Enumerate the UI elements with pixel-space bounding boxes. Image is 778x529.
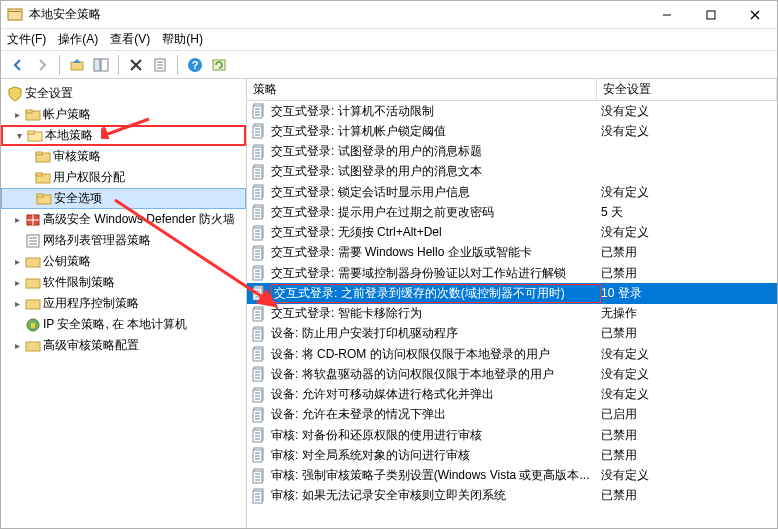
- policy-setting: 已禁用: [601, 265, 777, 282]
- up-button[interactable]: [66, 54, 88, 76]
- tree-local[interactable]: ▾ 本地策略: [1, 125, 246, 146]
- list-icon: [25, 233, 41, 249]
- properties-button[interactable]: [149, 54, 171, 76]
- minimize-button[interactable]: [645, 1, 689, 28]
- svg-rect-23: [36, 152, 42, 155]
- tree-advaudit[interactable]: ▸ 高级审核策略配置: [1, 335, 246, 356]
- list-row[interactable]: 交互式登录: 提示用户在过期之前更改密码5 天: [247, 202, 777, 222]
- tree-appcontrol[interactable]: ▸ 应用程序控制策略: [1, 293, 246, 314]
- list-row[interactable]: 交互式登录: 之前登录到缓存的次数(域控制器不可用时)10 登录: [247, 283, 777, 303]
- policy-icon: [251, 427, 267, 443]
- list-row[interactable]: 设备: 将 CD-ROM 的访问权限仅限于本地登录的用户没有定义: [247, 344, 777, 364]
- svg-text:?: ?: [192, 59, 199, 71]
- list-row[interactable]: 交互式登录: 锁定会话时显示用户信息没有定义: [247, 182, 777, 202]
- list-row[interactable]: 交互式登录: 试图登录的用户的消息文本: [247, 162, 777, 182]
- folder-icon: [36, 191, 52, 207]
- policy-setting: 已启用: [601, 406, 777, 423]
- menu-view[interactable]: 查看(V): [110, 31, 150, 48]
- close-button[interactable]: [733, 1, 777, 28]
- policy-setting: 没有定义: [601, 103, 777, 120]
- list-row[interactable]: 交互式登录: 试图登录的用户的消息标题: [247, 142, 777, 162]
- list-row[interactable]: 设备: 允许对可移动媒体进行格式化并弹出没有定义: [247, 385, 777, 405]
- expander-icon[interactable]: ▾: [13, 130, 25, 141]
- list-row[interactable]: 交互式登录: 需要域控制器身份验证以对工作站进行解锁已禁用: [247, 263, 777, 283]
- expander-icon[interactable]: ▸: [11, 256, 23, 267]
- policy-name: 交互式登录: 提示用户在过期之前更改密码: [271, 204, 601, 221]
- policy-icon: [251, 468, 267, 484]
- list-row[interactable]: 审核: 强制审核策略子类别设置(Windows Vista 或更高版本...没有…: [247, 466, 777, 486]
- list-row[interactable]: 设备: 防止用户安装打印机驱动程序已禁用: [247, 324, 777, 344]
- folder-icon: [35, 149, 51, 165]
- list-row[interactable]: 审核: 对备份和还原权限的使用进行审核已禁用: [247, 425, 777, 445]
- list-row[interactable]: 设备: 允许在未登录的情况下弹出已启用: [247, 405, 777, 425]
- show-hide-tree-button[interactable]: [90, 54, 112, 76]
- tree-label: 本地策略: [45, 127, 93, 144]
- expander-icon[interactable]: ▸: [11, 298, 23, 309]
- policy-name: 交互式登录: 需要 Windows Hello 企业版或智能卡: [271, 244, 601, 261]
- list-body[interactable]: 交互式登录: 计算机不活动限制没有定义交互式登录: 计算机帐户锁定阈值没有定义交…: [247, 101, 777, 528]
- policy-name: 审核: 强制审核策略子类别设置(Windows Vista 或更高版本...: [271, 467, 601, 484]
- policy-icon: [251, 103, 267, 119]
- tree-label: 应用程序控制策略: [43, 295, 139, 312]
- list-row[interactable]: 设备: 将软盘驱动器的访问权限仅限于本地登录的用户没有定义: [247, 364, 777, 384]
- tree-secopt[interactable]: 安全选项: [1, 188, 246, 209]
- tree-label: 安全选项: [54, 190, 102, 207]
- window: 本地安全策略 文件(F) 操作(A) 查看(V) 帮助(H) ?: [0, 0, 778, 529]
- tree-defender[interactable]: ▸ 高级安全 Windows Defender 防火墙: [1, 209, 246, 230]
- column-policy[interactable]: 策略: [247, 79, 597, 100]
- column-setting[interactable]: 安全设置: [597, 79, 777, 100]
- tree-softrest[interactable]: ▸ 软件限制策略: [1, 272, 246, 293]
- policy-icon: [251, 225, 267, 241]
- window-buttons: [645, 1, 777, 28]
- expander-icon[interactable]: ▸: [11, 214, 23, 225]
- policy-setting: 已禁用: [601, 447, 777, 464]
- tree-pane[interactable]: 安全设置 ▸ 帐户策略 ▾ 本地策略 审核策略 用户权限分配: [1, 79, 247, 528]
- tree-label: 公钥策略: [43, 253, 91, 270]
- list-row[interactable]: 交互式登录: 智能卡移除行为无操作: [247, 304, 777, 324]
- policy-icon: [251, 144, 267, 160]
- list-row[interactable]: 交互式登录: 无须按 Ctrl+Alt+Del没有定义: [247, 223, 777, 243]
- toolbar: ?: [1, 51, 777, 79]
- expander-icon[interactable]: ▸: [11, 277, 23, 288]
- tree-root[interactable]: 安全设置: [1, 83, 246, 104]
- tree-label: 网络列表管理器策略: [43, 232, 151, 249]
- list-row[interactable]: 审核: 对全局系统对象的访问进行审核已禁用: [247, 445, 777, 465]
- list-row[interactable]: 交互式登录: 计算机帐户锁定阈值没有定义: [247, 121, 777, 141]
- tree-netlist[interactable]: 网络列表管理器策略: [1, 230, 246, 251]
- menu-help[interactable]: 帮助(H): [162, 31, 203, 48]
- list-row[interactable]: 交互式登录: 需要 Windows Hello 企业版或智能卡已禁用: [247, 243, 777, 263]
- tree-ipsec[interactable]: IP 安全策略, 在 本地计算机: [1, 314, 246, 335]
- menu-file[interactable]: 文件(F): [7, 31, 46, 48]
- list-row[interactable]: 交互式登录: 计算机不活动限制没有定义: [247, 101, 777, 121]
- tree-userrights[interactable]: 用户权限分配: [1, 167, 246, 188]
- tree-account[interactable]: ▸ 帐户策略: [1, 104, 246, 125]
- policy-icon: [251, 346, 267, 362]
- maximize-button[interactable]: [689, 1, 733, 28]
- toolbar-separator: [59, 55, 60, 75]
- menu-action[interactable]: 操作(A): [58, 31, 98, 48]
- policy-setting: 没有定义: [601, 386, 777, 403]
- tree-audit[interactable]: 审核策略: [1, 146, 246, 167]
- policy-icon: [251, 366, 267, 382]
- tree-pubkey[interactable]: ▸ 公钥策略: [1, 251, 246, 272]
- list-pane: 策略 安全设置 交互式登录: 计算机不活动限制没有定义交互式登录: 计算机帐户锁…: [247, 79, 777, 528]
- policy-icon: [251, 326, 267, 342]
- policy-icon: [251, 447, 267, 463]
- policy-name: 交互式登录: 之前登录到缓存的次数(域控制器不可用时): [271, 284, 601, 303]
- refresh-button[interactable]: [208, 54, 230, 76]
- list-header: 策略 安全设置: [247, 79, 777, 101]
- policy-icon: [251, 245, 267, 261]
- tree-label: 安全设置: [25, 85, 73, 102]
- policy-setting: 5 天: [601, 204, 777, 221]
- help-button[interactable]: ?: [184, 54, 206, 76]
- expander-icon[interactable]: ▸: [11, 340, 23, 351]
- expander-icon[interactable]: ▸: [11, 109, 23, 120]
- list-row[interactable]: 审核: 如果无法记录安全审核则立即关闭系统已禁用: [247, 486, 777, 506]
- policy-setting: 已禁用: [601, 427, 777, 444]
- policy-name: 交互式登录: 试图登录的用户的消息标题: [271, 143, 601, 160]
- policy-name: 审核: 对备份和还原权限的使用进行审核: [271, 427, 601, 444]
- back-button[interactable]: [7, 54, 29, 76]
- delete-button[interactable]: [125, 54, 147, 76]
- svg-rect-7: [94, 59, 100, 71]
- forward-button[interactable]: [31, 54, 53, 76]
